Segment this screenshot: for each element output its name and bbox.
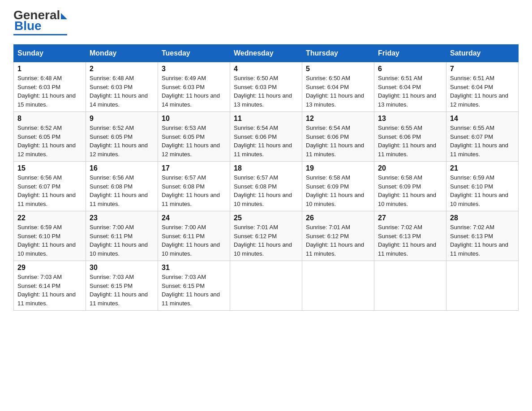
column-header-monday: Monday (86, 45, 158, 62)
logo-underline (13, 34, 67, 35)
day-info: Sunrise: 7:01 AMSunset: 6:12 PMDaylight:… (234, 223, 298, 258)
calendar-cell: 16 Sunrise: 6:56 AMSunset: 6:08 PMDaylig… (86, 162, 158, 211)
calendar-cell: 23 Sunrise: 7:00 AMSunset: 6:11 PMDaylig… (86, 211, 158, 261)
day-info: Sunrise: 6:54 AMSunset: 6:06 PMDaylight:… (234, 124, 298, 158)
calendar-cell: 8 Sunrise: 6:52 AMSunset: 6:05 PMDayligh… (14, 112, 86, 162)
day-number: 14 (450, 115, 515, 123)
day-info: Sunrise: 6:50 AMSunset: 6:03 PMDaylight:… (234, 74, 298, 109)
day-number: 3 (162, 65, 226, 73)
calendar-cell: 5 Sunrise: 6:50 AMSunset: 6:04 PMDayligh… (302, 62, 374, 112)
day-number: 17 (162, 164, 226, 172)
day-number: 24 (162, 214, 226, 222)
day-info: Sunrise: 6:55 AMSunset: 6:07 PMDaylight:… (450, 124, 515, 158)
day-info: Sunrise: 6:55 AMSunset: 6:06 PMDaylight:… (378, 124, 442, 158)
calendar-cell: 27 Sunrise: 7:02 AMSunset: 6:13 PMDaylig… (374, 211, 446, 261)
calendar-cell: 1 Sunrise: 6:48 AMSunset: 6:03 PMDayligh… (14, 62, 86, 112)
day-number: 5 (306, 65, 370, 73)
day-info: Sunrise: 6:59 AMSunset: 6:10 PMDaylight:… (450, 173, 515, 208)
column-header-tuesday: Tuesday (158, 45, 230, 62)
day-number: 9 (90, 115, 154, 123)
day-number: 19 (306, 164, 370, 172)
day-number: 29 (17, 264, 82, 272)
calendar-cell: 22 Sunrise: 6:59 AMSunset: 6:10 PMDaylig… (14, 211, 86, 261)
calendar-cell: 11 Sunrise: 6:54 AMSunset: 6:06 PMDaylig… (230, 112, 302, 162)
page-header: General Blue (13, 9, 519, 35)
calendar-cell: 14 Sunrise: 6:55 AMSunset: 6:07 PMDaylig… (446, 112, 519, 162)
calendar-cell: 10 Sunrise: 6:53 AMSunset: 6:05 PMDaylig… (158, 112, 230, 162)
week-row-3: 15 Sunrise: 6:56 AMSunset: 6:07 PMDaylig… (14, 162, 519, 211)
calendar-cell (374, 261, 446, 311)
calendar-cell: 3 Sunrise: 6:49 AMSunset: 6:03 PMDayligh… (158, 62, 230, 112)
day-info: Sunrise: 7:00 AMSunset: 6:11 PMDaylight:… (162, 223, 226, 258)
day-number: 10 (162, 115, 226, 123)
calendar-cell: 9 Sunrise: 6:52 AMSunset: 6:05 PMDayligh… (86, 112, 158, 162)
day-number: 21 (450, 164, 515, 172)
calendar-cell: 4 Sunrise: 6:50 AMSunset: 6:03 PMDayligh… (230, 62, 302, 112)
day-number: 31 (162, 264, 226, 272)
day-info: Sunrise: 6:59 AMSunset: 6:10 PMDaylight:… (17, 223, 82, 258)
day-number: 11 (234, 115, 298, 123)
day-info: Sunrise: 7:03 AMSunset: 6:15 PMDaylight:… (162, 273, 226, 308)
logo: General Blue (13, 9, 67, 35)
calendar-cell (446, 261, 519, 311)
day-info: Sunrise: 6:48 AMSunset: 6:03 PMDaylight:… (90, 74, 154, 109)
header-row: SundayMondayTuesdayWednesdayThursdayFrid… (14, 45, 519, 62)
column-header-wednesday: Wednesday (230, 45, 302, 62)
day-number: 7 (450, 65, 515, 73)
calendar-cell: 12 Sunrise: 6:54 AMSunset: 6:06 PMDaylig… (302, 112, 374, 162)
day-info: Sunrise: 7:01 AMSunset: 6:12 PMDaylight:… (306, 223, 370, 258)
calendar-cell: 13 Sunrise: 6:55 AMSunset: 6:06 PMDaylig… (374, 112, 446, 162)
day-info: Sunrise: 6:57 AMSunset: 6:08 PMDaylight:… (234, 173, 298, 208)
week-row-1: 1 Sunrise: 6:48 AMSunset: 6:03 PMDayligh… (14, 62, 519, 112)
day-info: Sunrise: 6:48 AMSunset: 6:03 PMDaylight:… (17, 74, 82, 109)
day-number: 22 (17, 214, 82, 222)
day-number: 13 (378, 115, 442, 123)
week-row-5: 29 Sunrise: 7:03 AMSunset: 6:14 PMDaylig… (14, 261, 519, 311)
calendar-cell (302, 261, 374, 311)
day-info: Sunrise: 6:52 AMSunset: 6:05 PMDaylight:… (17, 124, 82, 158)
calendar-cell: 18 Sunrise: 6:57 AMSunset: 6:08 PMDaylig… (230, 162, 302, 211)
day-number: 8 (17, 115, 82, 123)
day-number: 27 (378, 214, 442, 222)
day-info: Sunrise: 7:03 AMSunset: 6:14 PMDaylight:… (17, 273, 82, 308)
day-info: Sunrise: 6:58 AMSunset: 6:09 PMDaylight:… (306, 173, 370, 208)
day-number: 26 (306, 214, 370, 222)
day-number: 16 (90, 164, 154, 172)
calendar-table: SundayMondayTuesdayWednesdayThursdayFrid… (13, 44, 519, 311)
day-number: 25 (234, 214, 298, 222)
day-info: Sunrise: 6:56 AMSunset: 6:08 PMDaylight:… (90, 173, 154, 208)
calendar-cell: 20 Sunrise: 6:58 AMSunset: 6:09 PMDaylig… (374, 162, 446, 211)
column-header-thursday: Thursday (302, 45, 374, 62)
logo-blue-text: Blue (14, 19, 42, 33)
calendar-cell: 31 Sunrise: 7:03 AMSunset: 6:15 PMDaylig… (158, 261, 230, 311)
day-info: Sunrise: 6:49 AMSunset: 6:03 PMDaylight:… (162, 74, 226, 109)
calendar-cell: 21 Sunrise: 6:59 AMSunset: 6:10 PMDaylig… (446, 162, 519, 211)
day-number: 30 (90, 264, 154, 272)
calendar-cell: 2 Sunrise: 6:48 AMSunset: 6:03 PMDayligh… (86, 62, 158, 112)
day-number: 12 (306, 115, 370, 123)
calendar-cell: 29 Sunrise: 7:03 AMSunset: 6:14 PMDaylig… (14, 261, 86, 311)
day-info: Sunrise: 7:03 AMSunset: 6:15 PMDaylight:… (90, 273, 154, 308)
day-info: Sunrise: 6:58 AMSunset: 6:09 PMDaylight:… (378, 173, 442, 208)
day-info: Sunrise: 7:00 AMSunset: 6:11 PMDaylight:… (90, 223, 154, 258)
day-number: 2 (90, 65, 154, 73)
day-info: Sunrise: 6:53 AMSunset: 6:05 PMDaylight:… (162, 124, 226, 158)
day-info: Sunrise: 6:52 AMSunset: 6:05 PMDaylight:… (90, 124, 154, 158)
calendar-cell: 28 Sunrise: 7:02 AMSunset: 6:13 PMDaylig… (446, 211, 519, 261)
day-number: 6 (378, 65, 442, 73)
calendar-cell: 7 Sunrise: 6:51 AMSunset: 6:04 PMDayligh… (446, 62, 519, 112)
calendar-cell: 15 Sunrise: 6:56 AMSunset: 6:07 PMDaylig… (14, 162, 86, 211)
column-header-saturday: Saturday (446, 45, 519, 62)
column-header-sunday: Sunday (14, 45, 86, 62)
calendar-cell: 6 Sunrise: 6:51 AMSunset: 6:04 PMDayligh… (374, 62, 446, 112)
day-info: Sunrise: 6:56 AMSunset: 6:07 PMDaylight:… (17, 173, 82, 208)
day-info: Sunrise: 6:54 AMSunset: 6:06 PMDaylight:… (306, 124, 370, 158)
day-info: Sunrise: 6:50 AMSunset: 6:04 PMDaylight:… (306, 74, 370, 109)
calendar-cell: 17 Sunrise: 6:57 AMSunset: 6:08 PMDaylig… (158, 162, 230, 211)
day-number: 23 (90, 214, 154, 222)
column-header-friday: Friday (374, 45, 446, 62)
day-info: Sunrise: 7:02 AMSunset: 6:13 PMDaylight:… (450, 223, 515, 258)
day-number: 20 (378, 164, 442, 172)
calendar-cell: 26 Sunrise: 7:01 AMSunset: 6:12 PMDaylig… (302, 211, 374, 261)
calendar-cell: 19 Sunrise: 6:58 AMSunset: 6:09 PMDaylig… (302, 162, 374, 211)
